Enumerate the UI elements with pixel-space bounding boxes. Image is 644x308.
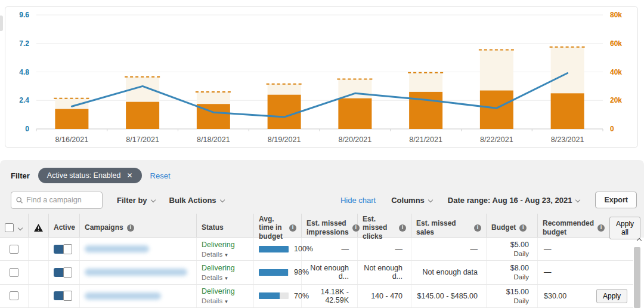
spend-bar [268, 95, 301, 129]
missed-opportunity-area [409, 73, 442, 92]
details-dropdown[interactable]: Details [202, 251, 228, 258]
x-axis-label: 8/18/2021 [197, 135, 230, 144]
cell-select [0, 238, 29, 260]
campaign-manager-section: Filter Active status: Enabled ✕ Reset Fi… [0, 160, 644, 308]
cell-active [49, 261, 80, 284]
redacted-campaign-name [85, 269, 187, 276]
scrollbar-thumb[interactable] [634, 247, 640, 308]
active-toggle[interactable] [54, 291, 72, 300]
cell-clicks: Not enough d... [358, 261, 411, 284]
details-dropdown[interactable]: Details [202, 274, 228, 281]
collapsed-panel-handle[interactable] [0, 16, 3, 31]
time-in-budget-bar [259, 269, 289, 276]
cell-recommended: — [538, 261, 633, 284]
cell-clicks: — [358, 238, 411, 260]
missed-opportunity-area [480, 50, 513, 90]
scroll-up-icon[interactable] [637, 238, 642, 243]
time-in-budget-bar [259, 292, 289, 299]
active-toggle[interactable] [54, 245, 72, 254]
info-icon[interactable] [289, 224, 296, 232]
bulk-actions-dropdown[interactable]: Bulk Actions [169, 196, 224, 205]
spend-bar [480, 91, 513, 129]
table-row: Delivering Details 100% — — — $5.00Daily… [0, 238, 633, 261]
cell-campaign[interactable] [80, 261, 197, 284]
table-row: Delivering Details 70% 14.18K - 42.59K 1… [0, 285, 633, 308]
cell-status: Delivering Details [197, 261, 254, 284]
budget-performance-chart: 002.420k4.840k7.260k9.680k8/16/20218/17/… [5, 7, 637, 147]
x-axis-label: 8/17/2021 [126, 135, 159, 144]
left-axis-tick: 7.2 [19, 39, 29, 48]
cell-active [49, 285, 80, 307]
x-axis-label: 8/16/2021 [55, 135, 89, 144]
active-status-filter-pill[interactable]: Active status: Enabled ✕ [38, 168, 142, 183]
table-body: Delivering Details 100% — — — $5.00Daily… [0, 238, 644, 308]
cell-sales: — [411, 238, 487, 260]
info-icon[interactable] [597, 224, 605, 232]
spend-bar [126, 102, 159, 129]
search-icon [16, 196, 23, 204]
filter-bar: Filter Active status: Enabled ✕ Reset [0, 160, 644, 186]
cell-clicks: 140 - 470 [358, 285, 411, 307]
reset-filters-link[interactable]: Reset [150, 171, 171, 180]
active-toggle[interactable] [54, 268, 72, 277]
cell-recommended: $30.00Apply [538, 285, 633, 307]
cell-active [49, 238, 80, 260]
columns-dropdown[interactable]: Columns [391, 196, 432, 205]
row-checkbox[interactable] [10, 291, 18, 300]
chevron-down-icon [219, 197, 224, 202]
cell-sales: $145.00 - $485.00 [411, 285, 487, 307]
x-axis-label: 8/23/2021 [551, 135, 584, 144]
info-icon[interactable] [399, 224, 406, 232]
right-axis-tick: 0 [610, 125, 614, 133]
select-menu-chevron-icon[interactable] [18, 225, 23, 230]
cell-sales: Not enough data [411, 261, 487, 284]
toggle-knob [63, 267, 72, 278]
vertical-scrollbar[interactable] [633, 239, 641, 308]
hide-chart-link[interactable]: Hide chart [340, 196, 376, 205]
export-button[interactable]: Export [595, 192, 637, 208]
cell-status: Delivering Details [197, 238, 254, 260]
cell-avg-time: 98% [254, 261, 302, 284]
left-axis-tick: 4.8 [19, 68, 29, 76]
filter-label: Filter [11, 171, 30, 180]
apply-button[interactable]: Apply [596, 289, 627, 303]
performance-chart-panel: 002.420k4.840k7.260k9.680k8/16/20218/17/… [5, 6, 638, 148]
toggle-knob [63, 291, 72, 301]
missed-opportunity-area [197, 92, 230, 104]
left-axis-tick: 0 [25, 125, 29, 133]
cell-status: Delivering Details [197, 285, 254, 307]
search-input[interactable] [26, 196, 97, 204]
spend-bar [551, 93, 584, 129]
info-icon[interactable] [519, 224, 527, 232]
select-all-checkbox[interactable] [5, 223, 14, 232]
missed-opportunity-area [338, 79, 371, 98]
spend-bar [55, 109, 88, 129]
cell-impressions: Not enough d... [302, 261, 358, 284]
x-axis-label: 8/19/2021 [268, 135, 301, 144]
right-axis-tick: 60k [610, 39, 622, 48]
filter-by-dropdown[interactable]: Filter by [117, 196, 155, 205]
details-dropdown[interactable]: Details [202, 297, 228, 304]
cell-alert [29, 261, 49, 284]
right-axis-tick: 20k [610, 96, 622, 104]
date-range-dropdown[interactable]: Date range: Aug 16 - Aug 23, 2021 [448, 196, 580, 205]
info-icon[interactable] [127, 224, 134, 232]
filter-pill-label: Active status: Enabled [47, 171, 121, 180]
cell-impressions: — [302, 238, 358, 260]
info-icon[interactable] [474, 224, 481, 232]
row-checkbox[interactable] [10, 245, 18, 254]
cell-recommended: — [538, 238, 633, 260]
status-badge: Delivering [202, 264, 235, 272]
status-badge: Delivering [202, 241, 235, 249]
cell-campaign[interactable] [80, 285, 197, 307]
spend-bar [409, 92, 442, 129]
redacted-campaign-name [85, 245, 149, 252]
cell-campaign[interactable] [80, 238, 197, 260]
x-axis-label: 8/20/2021 [339, 135, 372, 144]
chevron-down-icon [428, 197, 433, 202]
row-checkbox[interactable] [10, 268, 18, 277]
campaign-search[interactable] [11, 192, 103, 209]
apply-all-button[interactable]: Apply all [609, 217, 640, 239]
warning-icon [34, 224, 43, 232]
remove-filter-icon[interactable]: ✕ [126, 172, 132, 179]
